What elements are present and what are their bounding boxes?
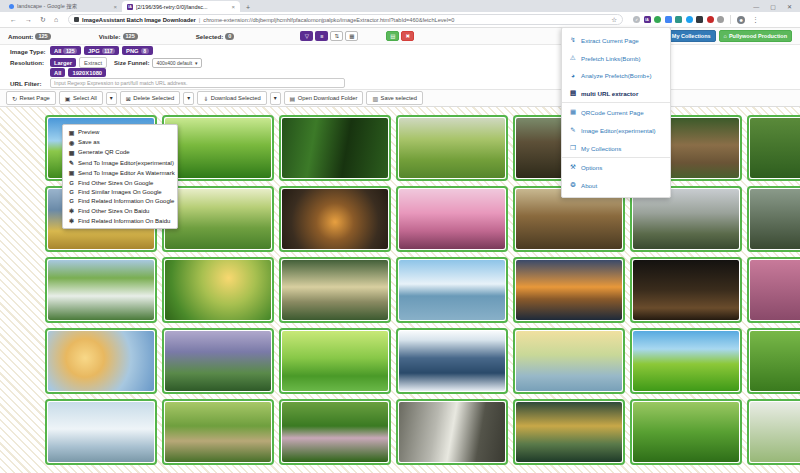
context-menu-item[interactable]: ▦Generate QR Code xyxy=(63,147,177,157)
thumbnail-rolling-hills[interactable] xyxy=(162,186,274,252)
thumbnail-framed-mountain-peak[interactable] xyxy=(396,328,508,394)
app-menu-item[interactable]: ❂About xyxy=(562,176,670,194)
thumbnail-mountain-lake-reflection[interactable] xyxy=(396,257,508,323)
thumbnail-stone-steps-forest[interactable] xyxy=(279,257,391,323)
thumbnail-night-pergola-garden[interactable] xyxy=(630,257,742,323)
thumbnail-forest-aerial[interactable] xyxy=(279,115,391,181)
grid-view-button[interactable]: ▦ xyxy=(345,31,358,41)
type-png-button[interactable]: PNG 8 xyxy=(122,46,152,55)
app-menu-item[interactable]: ↯Extract Current Page xyxy=(562,31,670,49)
clear-button[interactable]: ✖ xyxy=(401,31,414,41)
open-download-folder-button[interactable]: ▤ Open Download Folder xyxy=(284,91,364,105)
download-selected-button[interactable]: ⇓ Download Selected xyxy=(197,91,266,105)
chrome-menu-icon[interactable]: ⋮ xyxy=(752,16,759,24)
app-menu-item[interactable]: ◕Analyze Prefetch(Bomb+) xyxy=(562,67,670,84)
app-menu-item[interactable]: ❒My Collections xyxy=(562,139,670,157)
context-menu-item[interactable]: ✱Find Related Information On Baidu xyxy=(63,216,177,226)
resolution-all-button[interactable]: All xyxy=(50,68,65,77)
delete-dropdown-button[interactable]: ▾ xyxy=(183,92,194,105)
address-bar[interactable]: ImageAssistant Batch Image Downloader | … xyxy=(68,14,623,25)
context-menu-item[interactable]: ✎Send To Image Editor(experimental) xyxy=(63,158,177,168)
select-all-dropdown-button[interactable]: ▾ xyxy=(106,92,117,105)
thumbnail-topiary-garden[interactable] xyxy=(630,399,742,465)
tab-image-extractor[interactable]: IA [2/196/396-retry:0/0]/landsc... × xyxy=(122,1,240,12)
larger-button[interactable]: Larger xyxy=(50,58,76,67)
extract-button[interactable]: Extract xyxy=(79,57,107,68)
select-all-button[interactable]: ▣ Select All xyxy=(59,91,103,105)
type-all-button[interactable]: All 125 xyxy=(50,46,81,55)
reset-page-button[interactable]: ↻ Reset Page xyxy=(6,91,56,105)
blue-pages-extension-icon[interactable] xyxy=(665,16,672,23)
forward-icon[interactable]: → xyxy=(25,16,32,23)
thumbnail-dark-trees-sliver[interactable] xyxy=(747,186,800,252)
thumbnail-valley-farmland[interactable] xyxy=(396,115,508,181)
resolution-1920-button[interactable]: 1920X1080 xyxy=(68,68,106,77)
thumbnail-hedge-sliver[interactable] xyxy=(747,115,800,181)
tab-close-icon[interactable]: × xyxy=(113,4,117,10)
tab-google-search[interactable]: landscape - Google 搜索 × xyxy=(4,1,122,12)
close-icon[interactable]: ✕ xyxy=(787,3,792,10)
thumbnail-hedge-garden-path[interactable] xyxy=(279,399,391,465)
reload-icon[interactable]: ↻ xyxy=(40,16,46,24)
context-menu-item[interactable]: GFind Related Information On Google xyxy=(63,196,177,205)
context-menu-item[interactable]: ▣Send To Image Editor As Watermark xyxy=(63,168,177,178)
app-menu-item[interactable]: ▤multi URL extractor xyxy=(562,84,670,102)
confirm-button[interactable]: ▤ xyxy=(386,31,399,41)
sort-button[interactable]: ⇅ xyxy=(330,31,343,41)
check-extension-icon[interactable]: ✓ xyxy=(633,16,640,23)
delete-selected-button[interactable]: ⊠ Delete Selected xyxy=(120,91,180,105)
thumbnail-pink-sunset-mountain[interactable] xyxy=(396,186,508,252)
context-menu-item[interactable]: ✱Find Other Sizes On Baidu xyxy=(63,206,177,216)
type-jpg-button[interactable]: JPG 117 xyxy=(84,46,119,55)
grey-extension-icon[interactable] xyxy=(717,16,724,23)
maximize-icon[interactable]: ▢ xyxy=(770,3,776,10)
url-filter-input[interactable] xyxy=(50,78,345,88)
twitter-extension-icon[interactable] xyxy=(686,16,693,23)
app-menu-item[interactable]: ⚒Options xyxy=(562,157,670,176)
thumbnail-green-terraces[interactable] xyxy=(162,399,274,465)
context-menu-item[interactable]: GFind Other Sizes On Google xyxy=(63,178,177,187)
list-view-button[interactable]: ≡ xyxy=(315,31,328,41)
thumbnail-pastel-dawn-bands[interactable] xyxy=(513,328,625,394)
thumbnail-cliff-waterfall[interactable] xyxy=(396,399,508,465)
dark-extension-icon[interactable] xyxy=(696,16,703,23)
adblock-extension-icon[interactable] xyxy=(707,16,714,23)
pullywood-production-button[interactable]: ⌂ Pullywood Production xyxy=(719,30,792,42)
bookmark-star-icon[interactable]: ☆ xyxy=(611,16,617,24)
back-icon[interactable]: ← xyxy=(10,16,17,23)
thumbnail-pink-flowers-sliver[interactable] xyxy=(747,257,800,323)
context-menu-item[interactable]: GFind Similar Images On Google xyxy=(63,187,177,196)
context-menu-item-label: Find Other Sizes On Baidu xyxy=(78,208,149,214)
home-icon[interactable]: ⌂ xyxy=(54,16,58,23)
minimize-icon[interactable]: — xyxy=(753,4,759,10)
thumbnail-green-meadow-clouds[interactable] xyxy=(630,328,742,394)
thumbnail-dramatic-dusk-lake[interactable] xyxy=(513,257,625,323)
app-menu-item[interactable]: ▦QRCode Current Page xyxy=(562,102,670,121)
new-tab-button[interactable]: + xyxy=(246,4,250,12)
green-dot-extension-icon[interactable] xyxy=(654,16,661,23)
photo-extension-icon[interactable] xyxy=(675,16,682,23)
download-dropdown-button[interactable]: ▾ xyxy=(270,92,281,105)
tab-close-icon[interactable]: × xyxy=(231,4,235,10)
thumbnail-alpine-lake-gold[interactable] xyxy=(513,399,625,465)
thumbnail-spring-forest-pond[interactable] xyxy=(279,328,391,394)
thumbnail-river-rapids-green[interactable] xyxy=(45,257,157,323)
thumbnail-sunlit-garden-path[interactable] xyxy=(162,257,274,323)
context-menu-item[interactable]: ◉Save as xyxy=(63,137,177,147)
thumbnail-sunburst-sky[interactable] xyxy=(45,328,157,394)
imageassistant-extension-icon[interactable]: IA xyxy=(644,16,651,23)
app-menu-item[interactable]: ⚠Prefetch Links(Bomb) xyxy=(562,49,670,67)
app-menu-item[interactable]: ✎Image Editor(experimental) xyxy=(562,121,670,139)
thumbnail-green-sliver[interactable] xyxy=(747,328,800,394)
profile-icon[interactable]: ☻ xyxy=(737,16,745,24)
filter-button[interactable]: ▽ xyxy=(300,31,313,41)
thumbnail-light-sliver[interactable] xyxy=(747,399,800,465)
thumbnail-sunset-lake-branches[interactable] xyxy=(279,186,391,252)
thumbnail-twilight-peaks[interactable] xyxy=(162,328,274,394)
thumbnail-snowy-slope[interactable] xyxy=(45,399,157,465)
context-menu-item[interactable]: ▣Preview xyxy=(63,127,177,137)
save-selected-button[interactable]: ▥ Save selected xyxy=(366,91,423,105)
delete-selected-label: Delete Selected xyxy=(133,95,174,101)
thumbnail-lone-tree-field[interactable] xyxy=(162,115,274,181)
size-funnel-select[interactable]: 400x400 default ▾ xyxy=(152,58,201,68)
